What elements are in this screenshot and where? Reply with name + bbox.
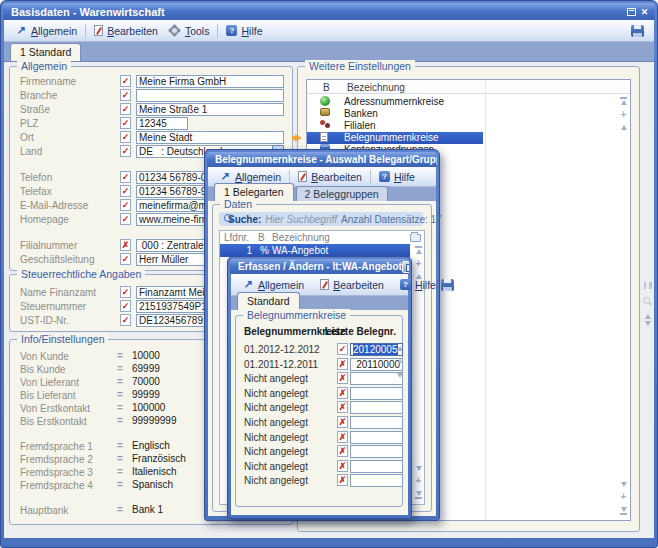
scroll-down-icon[interactable] xyxy=(621,482,627,487)
letzte-belegnr-input[interactable] xyxy=(350,460,403,473)
edit-doc-icon[interactable] xyxy=(120,75,131,87)
equals-icon: = xyxy=(117,376,123,387)
scroll-plus-icon[interactable] xyxy=(397,358,403,366)
cross-doc-icon[interactable] xyxy=(337,474,348,486)
scroll-bottom-cluster[interactable] xyxy=(620,482,627,515)
menu-hilfe[interactable]: Hilfe xyxy=(374,169,420,185)
scroll-first-icon[interactable] xyxy=(620,97,627,105)
tab-2-beleggruppen[interactable]: 2 Beleggruppen xyxy=(296,186,388,202)
edit-doc-icon[interactable] xyxy=(120,131,131,143)
tree-item-banken[interactable]: Banken xyxy=(307,108,630,120)
scroll-top-cluster[interactable] xyxy=(415,246,422,279)
scroll-down-icon[interactable] xyxy=(416,466,422,471)
equals-icon: = xyxy=(117,389,123,400)
letzte-belegnr-input[interactable] xyxy=(350,474,403,487)
edit-doc-icon[interactable] xyxy=(120,171,131,183)
scroll-last-icon[interactable] xyxy=(415,491,422,499)
search-placeholder[interactable]: Hier Suchbegriff xyxy=(265,214,337,225)
help-icon xyxy=(400,279,411,290)
letzte-belegnr-input[interactable] xyxy=(350,401,403,414)
grip-icon[interactable] xyxy=(644,282,652,289)
tab-standard[interactable]: Standard xyxy=(237,292,300,310)
scroll-first-icon[interactable] xyxy=(415,246,422,254)
menu-bearbeiten[interactable]: Bearbeiten xyxy=(293,169,367,185)
field-input-plz[interactable]: 12345 xyxy=(136,117,188,130)
scroll-last-icon[interactable] xyxy=(620,507,627,515)
menu-bearbeiten[interactable]: Bearbeiten xyxy=(89,23,163,39)
scroll-plus-icon[interactable] xyxy=(621,111,627,119)
letzte-belegnr-input[interactable] xyxy=(350,431,403,444)
field-label: Land xyxy=(20,146,42,157)
edit-doc-icon[interactable] xyxy=(120,300,131,312)
edit-doc-icon[interactable] xyxy=(120,286,131,298)
tab-1-standard[interactable]: 1 Standard xyxy=(10,43,81,61)
scroll-down-icon[interactable] xyxy=(397,373,403,378)
scroll-top-cluster[interactable] xyxy=(620,97,627,130)
search-bar[interactable]: Suche: Hier Suchbegriff Anzahl Datensätz… xyxy=(219,212,423,226)
scroll-plus-icon[interactable] xyxy=(621,493,627,501)
menu-tools[interactable]: Tools xyxy=(163,22,215,39)
edit-doc-icon[interactable] xyxy=(120,89,131,101)
edit-doc-icon[interactable] xyxy=(120,314,131,326)
field-input-stra-e[interactable]: Meine Straße 1 xyxy=(136,103,284,116)
cross-doc-icon[interactable] xyxy=(337,387,348,399)
dialog-titlebar[interactable]: Belegnummernkreise - Auswahl Belegart/Gr… xyxy=(207,152,437,167)
scroll-up-icon[interactable] xyxy=(397,346,403,351)
edit-doc-icon[interactable] xyxy=(120,213,131,225)
cross-doc-icon[interactable] xyxy=(337,358,348,370)
scroll-bottom-cluster[interactable] xyxy=(415,466,422,499)
field-input-firmenname[interactable]: Meine Firma GmbH xyxy=(136,75,284,88)
letzte-belegnr-input[interactable] xyxy=(350,445,403,458)
scroll-plus-icon[interactable] xyxy=(416,260,422,268)
nummernkreis-row: 01.2011-12.201120110000 xyxy=(236,358,402,372)
menu-allgemein[interactable]: Allgemein xyxy=(237,276,309,293)
edit-doc-icon[interactable] xyxy=(337,343,348,355)
range-label: Nicht angelegt xyxy=(244,417,308,428)
dialog-titlebar[interactable]: Erfassen / Ändern - lt:WA-Angebot xyxy=(230,259,409,274)
edit-doc-icon[interactable] xyxy=(120,103,131,115)
edit-doc-icon[interactable] xyxy=(120,145,131,157)
menu-hilfe[interactable]: Hilfe xyxy=(221,23,267,39)
letzte-belegnr-input[interactable]: 20110000 xyxy=(350,358,403,371)
edit-doc-icon[interactable] xyxy=(120,199,131,211)
cross-doc-icon[interactable] xyxy=(337,445,348,457)
side-tool-cluster[interactable] xyxy=(643,282,652,326)
main-titlebar[interactable]: Basisdaten - Warenwirtschaft xyxy=(3,3,655,20)
info-label: Fremdsprache 4 xyxy=(20,480,93,491)
equals-icon: = xyxy=(117,504,123,515)
field-input-branche[interactable] xyxy=(136,89,284,102)
close-icon[interactable] xyxy=(639,7,650,17)
letzte-belegnr-input[interactable] xyxy=(350,416,403,429)
folder-icon[interactable] xyxy=(410,234,421,242)
cross-doc-icon[interactable] xyxy=(337,416,348,428)
edit-doc-icon[interactable] xyxy=(120,253,131,265)
cross-doc-icon[interactable] xyxy=(337,372,348,384)
save-icon[interactable] xyxy=(631,25,644,37)
letzte-belegnr-input[interactable]: 20120005 xyxy=(350,343,403,356)
scroll-up-icon[interactable] xyxy=(621,125,627,130)
menu-bearbeiten[interactable]: Bearbeiten xyxy=(315,277,389,293)
letzte-belegnr-input[interactable] xyxy=(350,372,403,385)
restore-icon[interactable] xyxy=(402,261,409,273)
edit-doc-icon[interactable] xyxy=(120,117,131,129)
cross-doc-icon[interactable] xyxy=(337,460,348,472)
restore-icon[interactable] xyxy=(627,8,636,16)
sort-icon[interactable] xyxy=(645,314,651,326)
save-icon[interactable] xyxy=(441,279,454,291)
equals-icon: = xyxy=(117,440,123,451)
tree-item-filialen[interactable]: Filialen xyxy=(307,120,630,132)
field-input-ort[interactable]: Meine Stadt xyxy=(136,131,284,144)
field-row-ort: OrtMeine Stadt xyxy=(20,131,286,144)
search-icon[interactable] xyxy=(643,297,652,306)
scroll-plus-icon[interactable] xyxy=(416,477,422,485)
cross-doc-icon[interactable] xyxy=(337,401,348,413)
cross-doc-icon[interactable] xyxy=(120,239,131,251)
cross-doc-icon[interactable] xyxy=(337,431,348,443)
scroll-cluster[interactable] xyxy=(397,346,403,378)
menu-allgemein[interactable]: Allgemein xyxy=(10,22,82,39)
tree-item-belegnummernkreise[interactable]: Belegnummernkreise xyxy=(307,132,483,144)
letzte-belegnr-input[interactable] xyxy=(350,387,403,400)
menu-hilfe[interactable]: Hilfe xyxy=(395,277,441,293)
tree-item-adressnummernkreise[interactable]: Adressnummernkreise xyxy=(307,96,630,108)
edit-doc-icon[interactable] xyxy=(120,185,131,197)
